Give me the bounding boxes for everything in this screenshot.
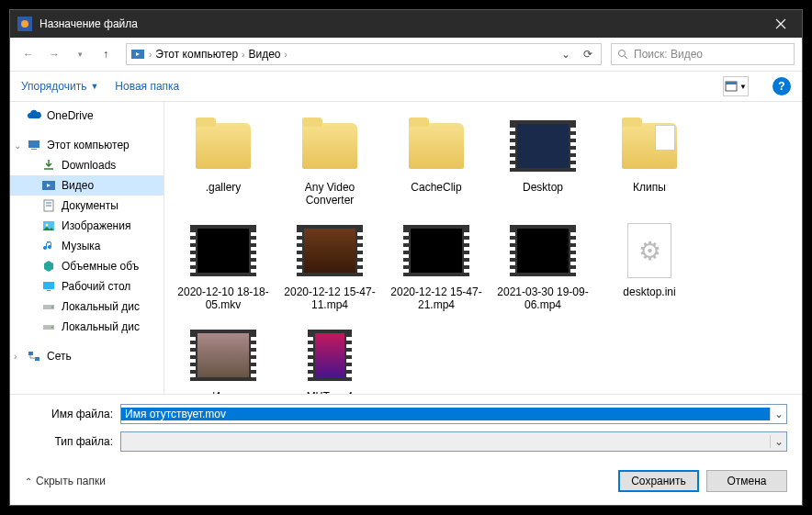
tree-video[interactable]: Видео	[10, 175, 164, 196]
breadcrumb-video[interactable]: Видео	[248, 48, 280, 61]
svg-rect-7	[726, 82, 737, 84]
chevron-down-icon[interactable]: ⌄	[770, 408, 786, 420]
svg-rect-9	[31, 149, 37, 150]
search-placeholder: Поиск: Видео	[634, 48, 703, 61]
dialog-body: OneDrive ⌄ Этот компьютер Downloads Виде…	[10, 102, 802, 394]
nav-row: ← → ▾ ↑ › Этот компьютер › Видео › ⌄ ⟳ П…	[10, 38, 802, 71]
cloud-icon	[27, 108, 41, 123]
drive-icon	[41, 319, 56, 334]
close-button[interactable]	[760, 10, 802, 38]
titlebar: Назначение файла	[10, 10, 802, 38]
search-input[interactable]: Поиск: Видео	[611, 43, 795, 65]
filename-section: Имя файла: Имя отутствует.mov ⌄ Тип файл…	[10, 394, 802, 461]
video-folder-icon	[130, 47, 145, 62]
folder-item[interactable]: Desktop	[491, 113, 594, 210]
chevron-down-icon: ▼	[739, 83, 747, 91]
chevron-right-icon: ›	[242, 50, 244, 60]
tree-desktop[interactable]: Рабочий стол	[10, 276, 164, 297]
chevron-right-icon: ›	[149, 50, 152, 60]
svg-rect-18	[47, 290, 51, 291]
svg-rect-17	[43, 282, 54, 289]
view-icon	[725, 81, 738, 92]
filename-input[interactable]: Имя отутствует.mov ⌄	[120, 404, 787, 424]
drive-icon	[41, 299, 56, 314]
folder-item[interactable]: Any Video Converter	[278, 113, 381, 210]
tree-onedrive[interactable]: OneDrive	[10, 106, 164, 126]
svg-point-1	[21, 20, 28, 28]
svg-rect-23	[28, 352, 33, 355]
file-list[interactable]: .gallery Any Video Converter CacheClip D…	[164, 102, 802, 394]
breadcrumb-thispc[interactable]: Этот компьютер	[155, 48, 238, 61]
svg-point-4	[619, 50, 626, 57]
file-item[interactable]: ⚙desktop.ini	[598, 218, 701, 315]
image-icon	[41, 218, 56, 233]
video-icon	[41, 178, 56, 193]
hide-folders-toggle[interactable]: ⌃ Скрыть папки	[25, 475, 106, 487]
network-icon	[27, 349, 41, 364]
nav-tree[interactable]: OneDrive ⌄ Этот компьютер Downloads Виде…	[10, 102, 164, 394]
address-dropdown[interactable]: ⌄	[557, 48, 575, 61]
chevron-right-icon: ›	[284, 50, 287, 60]
chevron-down-icon: ▼	[90, 82, 98, 91]
filename-label: Имя файла:	[25, 408, 113, 420]
download-icon	[41, 158, 56, 173]
footer: ⌃ Скрыть папки Сохранить Отмена	[10, 461, 802, 505]
document-icon	[41, 198, 56, 213]
back-button[interactable]: ←	[17, 43, 39, 65]
save-button[interactable]: Сохранить	[618, 470, 699, 492]
video-item[interactable]: 2020-12-12 15-47-11.mp4	[278, 218, 381, 315]
video-item[interactable]: МЧТ.mp4	[278, 322, 381, 394]
gear-icon: ⚙	[627, 223, 671, 278]
file-dialog: Назначение файла ← → ▾ ↑ › Этот компьюте…	[9, 9, 803, 506]
desktop-icon	[41, 279, 56, 294]
chevron-right-icon: ›	[14, 352, 17, 362]
video-item[interactable]: Имя отутствует.mov	[172, 322, 275, 394]
recent-dropdown[interactable]: ▾	[69, 43, 91, 65]
chevron-down-icon[interactable]: ⌄	[770, 435, 786, 448]
forward-button[interactable]: →	[43, 43, 65, 65]
app-icon	[17, 17, 32, 31]
toolbar: Упорядочить ▼ Новая папка ▼ ?	[10, 71, 802, 102]
tree-thispc[interactable]: ⌄ Этот компьютер	[10, 135, 164, 155]
address-bar[interactable]: › Этот компьютер › Видео › ⌄ ⟳	[126, 43, 602, 65]
folder-item[interactable]: Клипы	[598, 113, 701, 210]
tree-images[interactable]: Изображения	[10, 216, 164, 236]
tree-network[interactable]: ›Сеть	[10, 346, 164, 366]
cube-icon	[41, 259, 56, 274]
refresh-button[interactable]: ⟳	[579, 48, 597, 61]
tree-downloads[interactable]: Downloads	[10, 155, 164, 175]
tree-music[interactable]: Музыка	[10, 236, 164, 256]
tree-localdisk-1[interactable]: Локальный дис	[10, 297, 164, 317]
folder-item[interactable]: .gallery	[172, 113, 275, 210]
tree-localdisk-2[interactable]: Локальный дис	[10, 317, 164, 337]
search-icon	[617, 49, 628, 60]
help-button[interactable]: ?	[773, 77, 791, 95]
filename-value: Имя отутствует.mov	[121, 408, 770, 420]
cancel-button[interactable]: Отмена	[706, 470, 787, 492]
svg-point-16	[46, 224, 49, 227]
video-item[interactable]: 2020-12-10 18-18-05.mkv	[172, 218, 275, 315]
view-options[interactable]: ▼	[723, 76, 749, 96]
tree-3dobjects[interactable]: Объемные объ	[10, 256, 164, 276]
svg-rect-8	[28, 140, 39, 148]
svg-point-20	[51, 307, 53, 308]
filetype-label: Тип файла:	[25, 435, 113, 448]
svg-line-5	[625, 56, 627, 59]
tree-documents[interactable]: Документы	[10, 196, 164, 216]
new-folder-button[interactable]: Новая папка	[115, 80, 179, 93]
window-title: Назначение файла	[39, 17, 760, 30]
close-icon	[775, 18, 786, 29]
video-item[interactable]: 2021-03-30 19-09-06.mp4	[491, 218, 594, 315]
chevron-up-icon: ⌃	[25, 476, 32, 487]
pc-icon	[27, 138, 41, 152]
up-button[interactable]: ↑	[95, 43, 117, 65]
svg-point-22	[51, 327, 53, 329]
video-item[interactable]: 2020-12-12 15-47-21.mp4	[385, 218, 488, 315]
music-icon	[41, 239, 56, 253]
organize-menu[interactable]: Упорядочить ▼	[21, 80, 98, 93]
filetype-select[interactable]: ⌄	[120, 431, 787, 452]
chevron-down-icon: ⌄	[14, 140, 21, 151]
folder-item[interactable]: CacheClip	[385, 113, 488, 210]
